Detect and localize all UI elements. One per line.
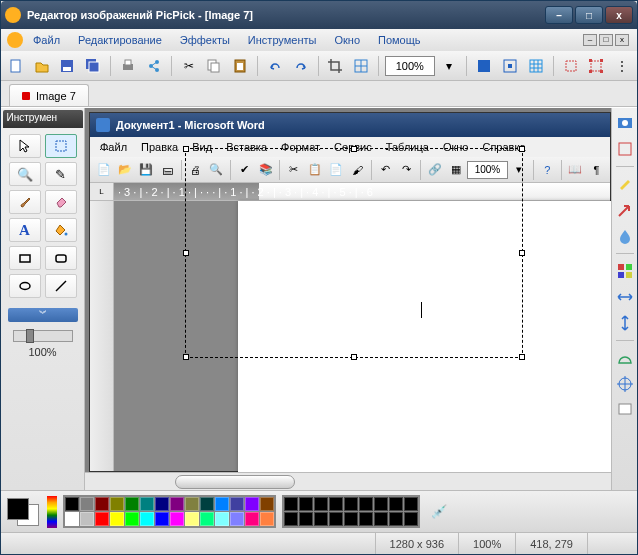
line-tool[interactable] — [45, 274, 77, 298]
custom-swatch[interactable] — [314, 512, 328, 526]
menu-file[interactable]: Файл — [25, 31, 68, 49]
palette-swatch[interactable] — [170, 497, 184, 511]
palette-swatch[interactable] — [260, 497, 274, 511]
custom-swatch[interactable] — [329, 497, 343, 511]
color-palette[interactable] — [63, 495, 276, 528]
palette-swatch[interactable] — [230, 497, 244, 511]
roundrect-tool[interactable] — [45, 246, 77, 270]
palette-swatch[interactable] — [95, 497, 109, 511]
close-button[interactable]: x — [605, 6, 633, 24]
word-save-icon[interactable]: 💾 — [136, 160, 155, 180]
cut-icon[interactable]: ✂ — [178, 55, 200, 77]
eyedropper-icon[interactable]: 💉 — [430, 503, 448, 521]
paste-icon[interactable] — [229, 55, 251, 77]
menu-tools[interactable]: Инструменты — [240, 31, 325, 49]
fit-icon[interactable] — [499, 55, 521, 77]
open-icon[interactable] — [31, 55, 53, 77]
ruler-horizontal[interactable]: · 3 · | · 2 · | · 1 · | · · · | · 1 · | … — [114, 183, 610, 200]
custom-swatch[interactable] — [299, 512, 313, 526]
resize-icon[interactable] — [350, 55, 372, 77]
palette-swatch[interactable] — [110, 497, 124, 511]
word-menu-format[interactable]: Формат — [275, 139, 326, 155]
arrow-h-icon[interactable] — [616, 288, 634, 306]
word-help-icon[interactable]: ? — [538, 160, 557, 180]
word-new-icon[interactable]: 📄 — [94, 160, 113, 180]
word-table-icon[interactable]: ▦ — [446, 160, 465, 180]
palette-swatch[interactable] — [245, 497, 259, 511]
palette-swatch[interactable] — [245, 512, 259, 526]
word-open-icon[interactable]: 📂 — [115, 160, 134, 180]
custom-swatch[interactable] — [299, 497, 313, 511]
region-icon[interactable] — [616, 140, 634, 158]
custom-swatch[interactable] — [389, 512, 403, 526]
palette-swatch[interactable] — [260, 512, 274, 526]
menu-effects[interactable]: Эффекты — [172, 31, 238, 49]
undo-icon[interactable] — [264, 55, 286, 77]
canvas[interactable]: Документ1 - Microsoft Word Файл Правка В… — [85, 108, 611, 472]
palette-swatch[interactable] — [125, 497, 139, 511]
palette-swatch[interactable] — [65, 497, 79, 511]
redo-icon[interactable] — [290, 55, 312, 77]
word-read-icon[interactable]: 📖 — [566, 160, 585, 180]
brush-tool[interactable] — [9, 190, 41, 214]
word-brush-icon[interactable]: 🖌 — [348, 160, 367, 180]
mdi-minimize[interactable]: – — [583, 34, 597, 46]
crop-icon[interactable] — [325, 55, 347, 77]
word-copy-icon[interactable]: 📋 — [305, 160, 324, 180]
word-undo-icon[interactable]: ↶ — [376, 160, 395, 180]
word-link-icon[interactable]: 🔗 — [425, 160, 444, 180]
word-para-icon[interactable]: ¶ — [587, 160, 606, 180]
palette-swatch[interactable] — [110, 512, 124, 526]
word-zoom-dropdown[interactable]: ▾ — [510, 160, 529, 180]
word-menu-help[interactable]: Справка — [476, 139, 531, 155]
zoom-tool[interactable]: 🔍 — [9, 162, 41, 186]
palette-swatch[interactable] — [80, 497, 94, 511]
fill-tool[interactable] — [45, 218, 77, 242]
highlighter-icon[interactable] — [616, 175, 634, 193]
mdi-restore[interactable]: □ — [599, 34, 613, 46]
palette-swatch[interactable] — [185, 497, 199, 511]
word-redo-icon[interactable]: ↷ — [397, 160, 416, 180]
eraser-tool[interactable] — [45, 190, 77, 214]
palette-swatch[interactable] — [230, 512, 244, 526]
custom-swatch[interactable] — [389, 497, 403, 511]
share-icon[interactable] — [143, 55, 165, 77]
custom-swatch[interactable] — [284, 512, 298, 526]
menu-help[interactable]: Помощь — [370, 31, 429, 49]
custom-swatch[interactable] — [284, 497, 298, 511]
palette-swatch[interactable] — [140, 512, 154, 526]
word-menu-edit[interactable]: Правка — [135, 139, 184, 155]
word-zoom-input[interactable]: 100% — [467, 161, 507, 179]
palette-swatch[interactable] — [80, 512, 94, 526]
handles-icon[interactable] — [585, 55, 607, 77]
pencil-tool[interactable]: ✎ — [45, 162, 77, 186]
palette-swatch[interactable] — [215, 512, 229, 526]
rect-tool[interactable] — [9, 246, 41, 270]
blur-icon[interactable] — [616, 227, 634, 245]
custom-swatch[interactable] — [359, 512, 373, 526]
word-paste-icon[interactable]: 📄 — [326, 160, 345, 180]
select-tool-icon[interactable] — [560, 55, 582, 77]
custom-swatch[interactable] — [374, 497, 388, 511]
saveall-icon[interactable] — [82, 55, 104, 77]
menu-edit[interactable]: Редактирование — [70, 31, 170, 49]
palette-swatch[interactable] — [200, 512, 214, 526]
opacity-slider[interactable] — [13, 330, 73, 342]
word-menu-window[interactable]: Окно — [437, 139, 475, 155]
custom-swatch[interactable] — [314, 497, 328, 511]
palette-swatch[interactable] — [125, 512, 139, 526]
custom-swatch[interactable] — [404, 512, 418, 526]
ruler-vertical[interactable] — [90, 201, 114, 471]
protractor-icon[interactable] — [616, 349, 634, 367]
custom-swatch[interactable] — [329, 512, 343, 526]
word-saveall-icon[interactable]: 🖴 — [157, 160, 176, 180]
current-colors[interactable] — [5, 496, 41, 528]
minimize-button[interactable]: – — [545, 6, 573, 24]
custom-swatch[interactable] — [344, 497, 358, 511]
zoom-dropdown-icon[interactable]: ▾ — [439, 55, 461, 77]
grid-icon[interactable] — [525, 55, 547, 77]
palette-swatch[interactable] — [155, 512, 169, 526]
custom-swatch[interactable] — [404, 497, 418, 511]
word-menu-insert[interactable]: Вставка — [220, 139, 273, 155]
crosshair-icon[interactable] — [616, 375, 634, 393]
